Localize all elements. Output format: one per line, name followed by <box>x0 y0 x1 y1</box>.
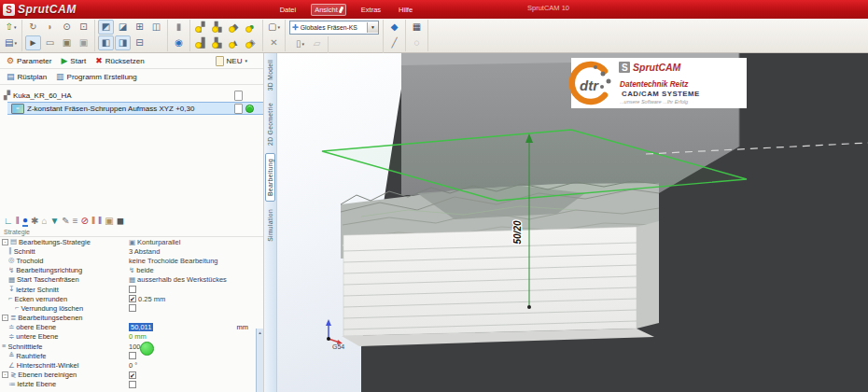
prop-row-trochoid[interactable]: ◎Trochoidkeine Trochoide Bearbeitung <box>0 256 263 265</box>
funnel-icon[interactable]: ▼ <box>49 216 59 226</box>
letzter-schnitt-checkbox[interactable] <box>129 286 136 293</box>
menu-extras[interactable]: Extras <box>358 5 384 15</box>
screen-icon[interactable]: ▢▾ <box>266 20 282 35</box>
open-model-icon-dropdown[interactable]: ▾ <box>14 24 17 30</box>
prop-value-hinterschnitt-winkel[interactable]: 0 ° <box>129 361 137 370</box>
prop-row-ebenen-bereinigen[interactable]: -≷Ebenen bereinigen✔ <box>0 371 263 380</box>
workpiece-setup-icon[interactable]: ◆ <box>227 20 243 35</box>
forbidden-icon[interactable]: ⊘ <box>81 216 89 226</box>
machine-page-icon[interactable] <box>234 91 243 101</box>
expander-icon[interactable]: - <box>2 315 8 321</box>
spindle-icon[interactable]: ▚ <box>210 20 226 35</box>
prop-value-cell-trochoid[interactable]: keine Trochoide Bearbeitung <box>129 257 263 265</box>
prop-value-cell-ecken-verrunden[interactable]: ✔0.25 mm <box>129 295 263 303</box>
property-grid-scrollbar[interactable]: ▴ <box>256 329 263 392</box>
tab-2d-geometrie[interactable]: 2D Geometrie <box>266 98 274 150</box>
ruestplan-button[interactable]: ▤Rüstplan <box>2 70 51 83</box>
prop-value-cell-bearbeitungs-strategie[interactable]: ▣Konturparallel <box>129 238 263 246</box>
prop-row-verrundung-l-schen[interactable]: ⌐Verrundung löschen <box>0 303 263 313</box>
reset-button[interactable]: ✖Rücksetzen <box>91 54 148 67</box>
iso-view-icon[interactable]: ◩ <box>98 20 114 35</box>
drill-icon[interactable]: ◈ <box>244 35 259 50</box>
stock-box-icon[interactable]: ▣ <box>105 216 113 226</box>
save-icon-dropdown[interactable]: ▾ <box>14 40 17 46</box>
prop-row-start-taschenfr-sen[interactable]: ▦Start Taschenfräsen▦ausserhalb des Werk… <box>0 275 263 285</box>
front-view-icon[interactable]: ◧ <box>98 35 114 50</box>
cnc-panel-icon[interactable]: ▦ <box>409 20 425 35</box>
start-button[interactable]: ▶Start <box>56 54 91 67</box>
menu-datei[interactable]: Datei <box>277 5 300 15</box>
prop-row-obere-ebene[interactable]: ≐obere Ebene50,011mm <box>0 323 263 332</box>
prop-value-cell-start-taschenfr-sen[interactable]: ▦ausserhalb des Werkstückes <box>129 275 263 284</box>
tool-icon[interactable]: ▙ <box>210 35 226 50</box>
columns2-icon[interactable]: ‖ <box>98 216 102 226</box>
plane-roughing-icon[interactable]: ‖ <box>16 216 20 226</box>
prop-value-schnitt[interactable]: 3 Abstand <box>129 247 160 256</box>
operation-page-icon[interactable] <box>234 104 243 114</box>
frame-icon[interactable]: ⌂ <box>41 216 47 226</box>
prop-row-ecken-verrunden[interactable]: ⌐Ecken verrunden✔0.25 mm <box>0 294 263 303</box>
prop-value-ecken-verrunden[interactable]: 0.25 mm <box>138 295 165 303</box>
tool-magazine-icon[interactable]: ▲ <box>227 35 243 50</box>
prop-value-untere-ebene[interactable]: 0 mm <box>129 332 147 341</box>
fit-view-icon[interactable]: ⊡ <box>76 20 91 35</box>
select-cursor-icon[interactable]: ► <box>25 35 41 50</box>
settings-gear-icon[interactable]: ✱ <box>31 216 38 226</box>
prop-row-letzte-ebene[interactable]: ≔letzte Ebene <box>0 380 263 389</box>
prop-value-bearbeitungs-strategie[interactable]: Konturparallel <box>137 238 180 246</box>
edit-icon[interactable]: ✎ <box>62 216 69 226</box>
zoom-icon[interactable]: ⊙ <box>59 20 75 35</box>
prop-row-letzter-schnitt[interactable]: ↧letzter Schnitt <box>0 285 263 294</box>
ghost-doc-icon[interactable]: ▱ <box>309 36 325 51</box>
shaded-view-icon[interactable]: ◗ <box>42 20 58 35</box>
globe-icon[interactable]: ◉ <box>171 35 187 50</box>
snapshot-icon[interactable]: ▣ <box>59 35 75 50</box>
save-icon[interactable]: ▤▾ <box>3 35 19 50</box>
prop-value-trochoid[interactable]: keine Trochoide Bearbeitung <box>129 257 217 265</box>
box-select-icon[interactable]: ▭ <box>42 35 58 50</box>
prop-value-cell-schnitt[interactable]: 3 Abstand <box>129 247 263 256</box>
tab-3d-modell[interactable]: 3D Modell <box>266 55 274 95</box>
viewport-3d[interactable]: 50/20 G54 dtr S SprutCAM Datentechnik Re… <box>277 53 868 392</box>
neu-button[interactable]: NEU ▾ <box>211 54 252 67</box>
xray-icon[interactable]: ✕ <box>266 35 282 50</box>
prop-row-bearbeitungs-strategie[interactable]: -▤Bearbeitungs-Strategie▣Konturparallel <box>0 237 263 246</box>
waterline-roughing-icon[interactable]: ∟ <box>4 216 13 226</box>
ebenen-bereinigen-checkbox[interactable]: ✔ <box>129 371 136 379</box>
tree-row-operation[interactable]: ≈ Z-konstant Fräsen-Schruppen Aufmass XY… <box>7 102 263 115</box>
robot-cell-icon[interactable]: ● <box>244 20 259 35</box>
prop-row-bearbeitungsrichtung[interactable]: ↯Bearbeitungsrichtung↯beide <box>0 266 263 275</box>
stock-cylinder-icon[interactable]: ▮ <box>171 20 187 35</box>
prop-row-bearbeitungsebenen[interactable]: -≣Bearbeitungsebenen <box>0 314 263 323</box>
menu-hilfe[interactable]: Hilfe <box>396 5 415 15</box>
open-model-icon[interactable]: ⇧▾ <box>3 20 19 35</box>
list-icon[interactable]: ≡ <box>73 216 78 226</box>
prop-value-cell-letzte-ebene[interactable] <box>129 381 263 388</box>
verrundung-l-schen-checkbox[interactable] <box>129 304 136 312</box>
rotary-table-icon[interactable]: ▟ <box>193 35 209 50</box>
prop-value-cell-ebenen-bereinigen[interactable]: ✔ <box>129 371 263 379</box>
rauhtiefe-checkbox[interactable] <box>129 352 136 359</box>
rotate-view-icon[interactable]: ↻ <box>25 20 41 35</box>
prop-row-schnitt[interactable]: ∥Schnitt3 Abstand <box>0 246 263 256</box>
ecken-verrunden-checkbox[interactable]: ✔ <box>129 295 136 302</box>
snapshot2-icon[interactable]: ▣ <box>76 35 91 50</box>
screen-icon-dropdown[interactable]: ▾ <box>277 24 280 30</box>
iso-view2-icon[interactable]: ◪ <box>115 20 131 35</box>
menu-ansicht[interactable]: Ansicht <box>311 4 346 16</box>
tab-simulation[interactable]: Simulation <box>266 204 274 246</box>
machine-sim-icon[interactable]: ◆ <box>386 20 402 35</box>
prop-row-rauhtiefe[interactable]: ≜Rauhtiefe <box>0 351 263 360</box>
programm-erstellung-button[interactable]: ▥Programm Erstellung <box>51 70 142 83</box>
iso-view3-icon[interactable]: ⊞ <box>132 20 147 35</box>
new-document-icon[interactable]: ▯▾ <box>292 36 308 51</box>
expander-icon[interactable]: - <box>2 239 8 245</box>
cs-combo-dropdown-icon[interactable]: ▼ <box>367 22 378 33</box>
probe-icon[interactable]: ╱ <box>386 35 402 50</box>
tab-bearbeitung[interactable]: Bearbeitung <box>265 153 275 202</box>
letzte-ebene-checkbox[interactable] <box>129 381 136 388</box>
ball-mill-icon[interactable]: ● <box>22 215 28 227</box>
prop-value-cell-verrundung-l-schen[interactable] <box>129 304 263 312</box>
columns-icon[interactable]: ‖ <box>91 216 95 226</box>
prop-value-bearbeitungsrichtung[interactable]: beide <box>136 266 153 274</box>
